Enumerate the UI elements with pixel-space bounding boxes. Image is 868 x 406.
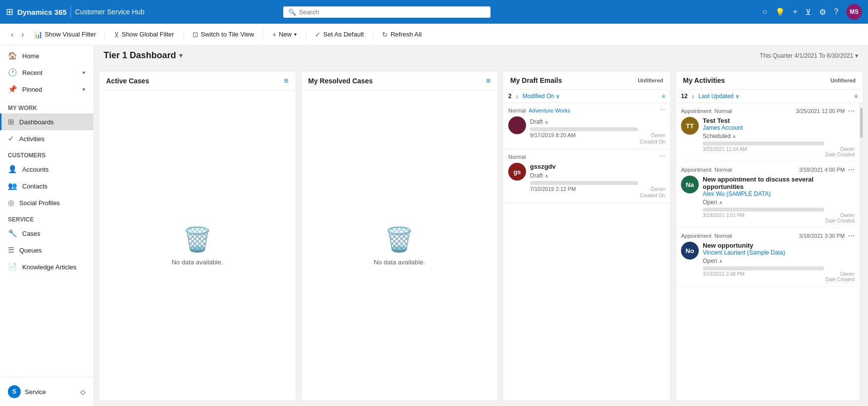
bulb-icon[interactable]: 💡 [775, 7, 785, 17]
sidebar-bottom-item[interactable]: S Service ◇ [0, 381, 93, 402]
email-2-date: 7/10/2019 2:12 PM [530, 186, 576, 199]
sidebar-label-home: Home [22, 52, 39, 60]
sidebar-item-queues[interactable]: ☰ Queues [0, 242, 93, 258]
refresh-all-button[interactable]: ↻ Refresh All [377, 28, 426, 41]
sidebar-item-accounts[interactable]: 👤 Accounts [0, 161, 93, 178]
act-1-account[interactable]: James Account [703, 124, 855, 131]
draft-emails-unfiltered: Unfiltered [638, 77, 663, 83]
act-2-status-row: Open ∧ [703, 199, 855, 206]
gear-icon[interactable]: ⚙ [819, 7, 826, 17]
dashboard-date-range[interactable]: This Quarter 4/1/2021 To 6/30/2021 ▾ [760, 52, 858, 59]
new-button[interactable]: + New ▾ [267, 28, 302, 41]
act-2-blurred [703, 208, 824, 212]
act-3-labels: OwnerDate Created [826, 271, 855, 282]
act-1-title[interactable]: Test Test [703, 117, 855, 124]
sidebar-item-knowledge-articles[interactable]: 📄 Knowledge Articles [0, 258, 93, 275]
queues-icon: ☰ [8, 246, 14, 255]
act-2-date: 3/18/2021 3:01 PM [703, 213, 745, 223]
act-3-more-icon[interactable]: ⋯ [848, 232, 855, 240]
email-1-account[interactable]: Adventure Works [528, 108, 570, 113]
email-2-subject[interactable]: gsszgdv [530, 163, 665, 170]
draft-emails-count: 2 [508, 93, 512, 100]
active-cases-header: Active Cases ≡ [99, 72, 296, 91]
activities-scrollbar[interactable] [860, 103, 863, 401]
sidebar-label-contacts: Contacts [22, 183, 47, 190]
act-2-title[interactable]: New appointment to discuss several oppor… [703, 176, 855, 190]
act-1-date: 3/25/2021 11:04 AM [703, 147, 747, 157]
email-1-details: Draft ∧ 9/17/2019 8:20 AM OwnerCreated O… [530, 116, 665, 145]
sidebar-item-social-profiles[interactable]: ◎ Social Profiles [0, 194, 93, 211]
sort-modified-on-button[interactable]: Modified On ∨ [523, 93, 561, 100]
act-2-datetime: 3/18/2021 4:00 PM [799, 167, 845, 173]
plus2-icon: + [272, 31, 276, 38]
resolved-cases-panel: My Resolved Cases ≡ 🗑️ No data available… [301, 71, 498, 401]
my-activities-panel: My Activities Unfiltered 12 ↓ Last Updat… [676, 71, 863, 401]
act-3-account[interactable]: Vincent Lauriant (Sample Data) [703, 249, 855, 256]
forward-button[interactable]: › [18, 28, 27, 41]
email-1-labels: OwnerCreated On [640, 132, 665, 145]
email-1-body: Draft ∧ 9/17/2019 8:20 AM OwnerCreated O… [508, 116, 665, 145]
active-cases-list-icon[interactable]: ≡ [284, 76, 288, 85]
switch-tile-view-button[interactable]: ⊡ Switch to Tile View [188, 28, 259, 41]
email-2-avatar: gs [508, 163, 526, 181]
sidebar-item-activities[interactable]: ✓ Activities [0, 130, 93, 147]
act-2-account[interactable]: Alex Wu (SAMPLE DATA) [703, 190, 855, 197]
act-2-status: Open ∧ [703, 199, 722, 206]
act-1-more-icon[interactable]: ⋯ [848, 107, 855, 115]
user-avatar[interactable]: MS [846, 4, 862, 20]
show-visual-filter-button[interactable]: 📊 Show Visual Filter [29, 28, 101, 41]
sort-last-updated-button[interactable]: Last Updated ∨ [698, 93, 739, 100]
draft-emails-filter-bar: 2 ↓ Modified On ∨ ≡ [503, 90, 670, 103]
email-1-chevron: ∧ [545, 119, 548, 125]
service-badge: S [8, 385, 21, 398]
module-name: Customer Service Hub [75, 8, 145, 16]
pinned-icon: 📌 [8, 85, 17, 94]
circle-check-icon[interactable]: ○ [762, 7, 767, 16]
act-3-title[interactable]: New opportunity [703, 242, 855, 249]
plus-icon[interactable]: + [793, 7, 797, 16]
resolved-cases-no-data-text: No data available. [374, 258, 425, 266]
sidebar-item-cases[interactable]: 🔧 Cases [0, 225, 93, 242]
section-label-service: Service [0, 211, 93, 225]
show-global-filter-button[interactable]: ⊻ Show Global Filter [109, 28, 179, 41]
pinned-chevron-icon: ▾ [82, 86, 85, 93]
act-2-avatar: Na [681, 176, 699, 193]
filter-icon[interactable]: ⊻ [805, 7, 811, 17]
set-as-default-button[interactable]: ✓ Set As Default [310, 28, 369, 41]
dashboard-grid: Active Cases ≡ 🗑️ No data available. My … [94, 66, 868, 406]
email-2-status: Draft ∧ [530, 172, 548, 179]
activity-item-3: Appointment Normal 3/18/2021 3:30 PM ⋯ N… [676, 228, 860, 287]
draft-emails-list: Normal Adventure Works ⋯ Draft ∧ [503, 103, 670, 401]
email-2-subject-blurred [530, 181, 638, 185]
act-3-type: Appointment [681, 233, 712, 239]
dashboard-title[interactable]: Tier 1 Dashboard ▾ [104, 50, 183, 61]
sidebar-item-dashboards[interactable]: ⊞ Dashboards [0, 113, 93, 130]
email-1-more-icon[interactable]: ⋯ [660, 107, 665, 113]
sort-arrow-icon: ↓ [516, 93, 519, 100]
social-profiles-icon: ◎ [8, 198, 14, 207]
back-button[interactable]: ‹ [8, 28, 16, 41]
home-icon: 🏠 [8, 51, 17, 60]
waffle-icon[interactable]: ⊞ [6, 6, 13, 17]
email-2-more-icon[interactable]: ⋯ [660, 153, 665, 160]
toolbar-separator-4 [305, 29, 306, 40]
search-bar[interactable]: 🔍 [283, 6, 491, 18]
act-2-more-icon[interactable]: ⋯ [848, 166, 855, 174]
search-input[interactable] [299, 8, 486, 16]
toolbar-separator-2 [183, 29, 184, 40]
resolved-cases-list-icon[interactable]: ≡ [486, 76, 491, 85]
sidebar-item-home[interactable]: 🏠 Home [0, 47, 93, 64]
toolbar-separator-1 [105, 29, 105, 40]
help-icon[interactable]: ? [834, 7, 838, 16]
sidebar: 🏠 Home 🕐 Recent ▾ 📌 Pinned ▾ My Work ⊞ D… [0, 45, 94, 406]
activities-view-icon[interactable]: ≡ [854, 93, 858, 100]
new-chevron-icon: ▾ [294, 32, 297, 37]
act-3-blurred [703, 266, 824, 270]
top-navigation: ⊞ Dynamics 365 Customer Service Hub 🔍 ○ … [0, 0, 868, 24]
sidebar-item-contacts[interactable]: 👥 Contacts [0, 178, 93, 194]
sidebar-item-pinned[interactable]: 📌 Pinned ▾ [0, 81, 93, 98]
act-1-status-row: Scheduled ∧ [703, 133, 855, 140]
draft-emails-view-icon[interactable]: ≡ [662, 93, 665, 100]
sidebar-item-recent[interactable]: 🕐 Recent ▾ [0, 64, 93, 81]
activities-list: Appointment Normal 3/25/2021 12:00 PM ⋯ … [676, 103, 860, 401]
